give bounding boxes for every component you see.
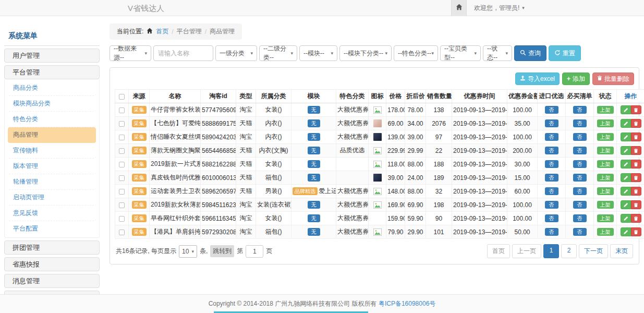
- edit-button[interactable]: [621, 105, 631, 114]
- module-none-badge[interactable]: 无: [308, 133, 320, 141]
- edit-button[interactable]: [621, 133, 631, 141]
- edit-button[interactable]: [621, 146, 631, 155]
- import-excel-button[interactable]: 导入excel: [515, 73, 560, 85]
- import-select-badge[interactable]: 否: [545, 228, 558, 236]
- module-none-badge[interactable]: 无: [308, 228, 320, 236]
- breadcrumb-home-link[interactable]: 首页: [156, 27, 168, 36]
- import-select-badge[interactable]: 否: [545, 133, 558, 141]
- module-none-badge[interactable]: 无: [308, 174, 320, 182]
- must-buy-badge[interactable]: 否: [573, 174, 587, 182]
- must-buy-badge[interactable]: 否: [573, 160, 587, 168]
- import-select-badge[interactable]: 否: [545, 160, 558, 168]
- must-buy-badge[interactable]: 否: [573, 187, 587, 195]
- delete-button[interactable]: [631, 133, 641, 141]
- home-button[interactable]: [451, 0, 467, 16]
- must-buy-badge[interactable]: 否: [573, 133, 587, 141]
- module-none-badge[interactable]: 无: [308, 119, 320, 127]
- filter-select-5[interactable]: --特色分类--▾: [394, 45, 438, 61]
- status-button[interactable]: 上架: [597, 214, 614, 222]
- page-button-首页[interactable]: 首页: [487, 244, 510, 258]
- import-select-badge[interactable]: 否: [545, 119, 558, 127]
- row-checkbox[interactable]: [119, 175, 125, 181]
- sidebar-item-消息管理[interactable]: 消息管理: [4, 274, 100, 288]
- status-button[interactable]: 上架: [597, 174, 614, 182]
- row-checkbox[interactable]: [119, 135, 125, 140]
- delete-button[interactable]: [631, 187, 641, 196]
- user-menu[interactable]: 欢迎您，管理员! ▾: [474, 4, 525, 13]
- filter-select-1[interactable]: 一级分类▾: [215, 45, 257, 61]
- sidebar-item-版本管理[interactable]: 版本管理: [8, 159, 96, 174]
- status-button[interactable]: 上架: [597, 187, 614, 195]
- must-buy-badge[interactable]: 否: [573, 106, 587, 114]
- page-button-下一页[interactable]: 下一页: [579, 244, 608, 258]
- page-number-input[interactable]: [246, 245, 263, 258]
- edit-button[interactable]: [621, 200, 631, 209]
- filter-select-4[interactable]: --模块下分类--▾: [339, 45, 392, 61]
- import-select-badge[interactable]: 否: [545, 106, 558, 114]
- sidebar-item-用户管理[interactable]: 用户管理: [4, 49, 100, 63]
- sidebar-item-意见反馈[interactable]: 意见反馈: [8, 206, 96, 221]
- row-checkbox[interactable]: [119, 162, 125, 167]
- row-checkbox[interactable]: [119, 107, 125, 113]
- status-button[interactable]: 上架: [597, 228, 614, 236]
- reset-button[interactable]: 重置: [549, 45, 581, 61]
- sidebar-item-商品管理[interactable]: 商品管理: [8, 127, 96, 143]
- page-button-末页[interactable]: 末页: [610, 244, 633, 258]
- add-button[interactable]: + 添加: [562, 73, 590, 85]
- select-all-checkbox[interactable]: [119, 94, 125, 100]
- filter-select-6[interactable]: --宝贝类型--▾: [440, 45, 481, 61]
- page-button-1[interactable]: 1: [543, 244, 559, 258]
- row-checkbox[interactable]: [119, 148, 125, 154]
- must-buy-badge[interactable]: 否: [573, 214, 587, 222]
- sidebar-item-特色分类[interactable]: 特色分类: [8, 112, 96, 127]
- status-button[interactable]: 上架: [597, 201, 614, 209]
- sidebar-item-商品分类[interactable]: 商品分类: [8, 80, 96, 96]
- filter-select-data-source[interactable]: --数据来源--▾: [110, 45, 151, 61]
- import-select-badge[interactable]: 否: [545, 201, 558, 209]
- module-none-badge[interactable]: 无: [308, 201, 320, 209]
- module-none-badge[interactable]: 无: [308, 160, 320, 168]
- delete-button[interactable]: [631, 214, 641, 223]
- status-button[interactable]: 上架: [597, 119, 614, 127]
- module-none-badge[interactable]: 无: [308, 147, 320, 154]
- status-button[interactable]: 上架: [597, 160, 614, 168]
- delete-button[interactable]: [631, 200, 641, 209]
- filter-select-7[interactable]: --状态--▾: [483, 45, 512, 61]
- delete-button[interactable]: [631, 173, 641, 182]
- batch-delete-button[interactable]: 批量删除: [592, 73, 634, 85]
- edit-button[interactable]: [621, 227, 631, 236]
- filter-select-2[interactable]: --二级分类--▾: [259, 45, 297, 61]
- search-button[interactable]: 查询: [514, 45, 546, 61]
- must-buy-badge[interactable]: 否: [573, 228, 587, 236]
- must-buy-badge[interactable]: 否: [573, 201, 587, 209]
- sidebar-item-启动页管理[interactable]: 启动页管理: [8, 190, 96, 206]
- import-select-badge[interactable]: 否: [545, 214, 558, 222]
- sidebar-item-拼团管理[interactable]: 拼团管理: [4, 240, 100, 255]
- module-none-badge[interactable]: 无: [308, 106, 320, 114]
- status-button[interactable]: 上架: [597, 133, 614, 141]
- jump-to-button[interactable]: 跳转到: [210, 245, 234, 257]
- edit-button[interactable]: [621, 160, 631, 168]
- delete-button[interactable]: [631, 160, 641, 168]
- row-checkbox[interactable]: [119, 230, 125, 235]
- delete-button[interactable]: [631, 119, 641, 128]
- edit-button[interactable]: [621, 173, 631, 182]
- delete-button[interactable]: [631, 227, 641, 236]
- per-page-select[interactable]: 10 ▾: [179, 245, 197, 258]
- sidebar-item-轮播管理[interactable]: 轮播管理: [8, 174, 96, 190]
- row-checkbox[interactable]: [119, 216, 125, 222]
- row-checkbox[interactable]: [119, 121, 125, 127]
- status-button[interactable]: 上架: [597, 147, 614, 154]
- sidebar-item-宣传物料[interactable]: 宣传物料: [8, 143, 96, 159]
- edit-button[interactable]: [621, 119, 631, 128]
- page-button-2[interactable]: 2: [561, 244, 577, 258]
- delete-button[interactable]: [631, 105, 641, 114]
- icp-link[interactable]: 粤ICP备16098006号: [379, 300, 435, 307]
- sidebar-item-平台配置[interactable]: 平台配置: [8, 221, 96, 236]
- row-checkbox[interactable]: [119, 202, 125, 208]
- sidebar-item-平台管理[interactable]: 平台管理: [4, 65, 100, 79]
- import-select-badge[interactable]: 否: [545, 174, 558, 182]
- sidebar-item-省惠快报[interactable]: 省惠快报: [4, 257, 100, 271]
- filter-select-3[interactable]: --模块--▾: [299, 45, 337, 61]
- must-buy-badge[interactable]: 否: [573, 147, 587, 154]
